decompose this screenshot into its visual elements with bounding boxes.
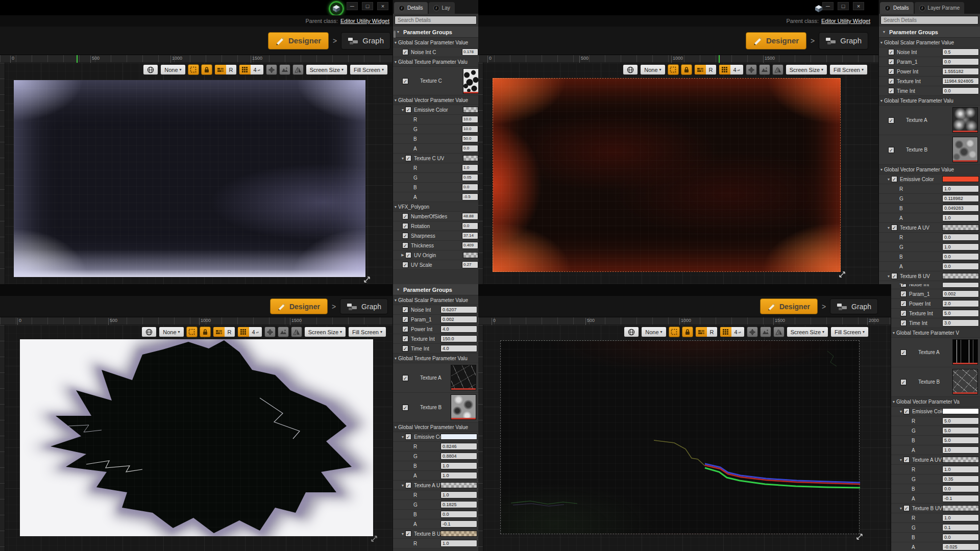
color-swatch[interactable] bbox=[942, 457, 979, 463]
texture-thumbnail[interactable] bbox=[451, 394, 476, 420]
parameter-value-input[interactable]: 0.002 bbox=[440, 316, 477, 323]
respect-locks-toggle[interactable]: R bbox=[695, 327, 718, 337]
component-value-input[interactable]: 5.0 bbox=[942, 417, 979, 424]
minimize-button[interactable]: ─ bbox=[347, 2, 358, 10]
expanded-arrow-icon[interactable]: ▼ bbox=[886, 178, 891, 181]
parameter-value-input[interactable] bbox=[942, 284, 979, 288]
flip-preview-button[interactable] bbox=[292, 64, 304, 75]
preview-none-dropdown[interactable]: None▾ bbox=[640, 64, 665, 75]
texture-thumbnail[interactable] bbox=[952, 369, 978, 394]
tab-details[interactable]: iDetails bbox=[394, 2, 428, 14]
parameter-section-row[interactable]: ▼Global Texture Parameter Valu bbox=[393, 57, 478, 67]
component-value-input[interactable]: 50.0 bbox=[462, 135, 478, 142]
component-value-input[interactable]: 1.0 bbox=[942, 446, 979, 454]
expanded-arrow-icon[interactable]: ▼ bbox=[400, 157, 405, 160]
minimize-button[interactable]: ─ bbox=[822, 2, 834, 10]
expanded-arrow-icon[interactable]: ▼ bbox=[898, 507, 903, 510]
component-value-input[interactable]: 1.0 bbox=[462, 164, 478, 171]
parent-class-link[interactable]: Editor Utility Widget bbox=[340, 18, 389, 24]
designer-viewport[interactable]: None▾R4▴▾Screen Size▾Fill Screen▾ bbox=[478, 63, 878, 284]
expanded-arrow-icon[interactable]: ▼ bbox=[400, 108, 405, 112]
expanded-arrow-icon[interactable]: ▼ bbox=[886, 226, 891, 230]
grid-snap-control[interactable]: 4▴▾ bbox=[719, 64, 744, 75]
component-value-input[interactable]: 0.049283 bbox=[942, 205, 979, 212]
color-swatch[interactable] bbox=[440, 531, 477, 537]
parameter-checkbox[interactable]: ✓ bbox=[900, 291, 906, 297]
parameter-value-input[interactable]: 11984.924805 bbox=[942, 78, 979, 85]
fill-screen-dropdown[interactable]: Fill Screen▾ bbox=[829, 64, 868, 75]
parameter-section-row[interactable]: ▼Global Vector Parameter Value bbox=[393, 422, 478, 432]
selection-outline-toggle[interactable] bbox=[668, 64, 679, 75]
component-value-input[interactable]: 0.05 bbox=[462, 174, 478, 181]
preview-background-button[interactable] bbox=[760, 327, 771, 337]
component-value-input[interactable]: 5.0 bbox=[942, 437, 979, 444]
widget-preview-canvas[interactable] bbox=[493, 78, 841, 272]
parameter-value-input[interactable]: 3.0 bbox=[942, 319, 979, 327]
parameter-value-input[interactable]: 150.0 bbox=[440, 335, 477, 342]
localization-preview-button[interactable] bbox=[143, 64, 158, 75]
component-value-input[interactable]: 0.0 bbox=[942, 234, 979, 241]
parameter-checkbox[interactable]: ✓ bbox=[402, 242, 408, 248]
parameter-checkbox[interactable]: ✓ bbox=[891, 273, 897, 279]
search-details-input[interactable]: Search Details bbox=[880, 16, 978, 24]
color-swatch[interactable] bbox=[942, 176, 979, 182]
transform-mode-button[interactable] bbox=[747, 327, 758, 337]
lock-toggle[interactable] bbox=[200, 327, 211, 337]
graph-mode-button[interactable]: Graph bbox=[341, 32, 390, 49]
parameter-checkbox[interactable]: ✓ bbox=[405, 107, 411, 113]
expanded-arrow-icon[interactable]: ▼ bbox=[400, 435, 405, 439]
parameter-checkbox[interactable]: ✓ bbox=[402, 316, 408, 322]
component-value-input[interactable]: 0.1 bbox=[942, 524, 979, 531]
spinner-arrows-icon[interactable]: ▴▾ bbox=[738, 69, 740, 71]
parameter-checkbox[interactable]: ✓ bbox=[903, 505, 910, 511]
parameter-checkbox[interactable]: ✓ bbox=[402, 233, 408, 239]
component-value-input[interactable]: 0.0 bbox=[942, 485, 979, 492]
component-value-input[interactable]: 0.35 bbox=[942, 475, 979, 483]
component-value-input[interactable]: -0.5 bbox=[462, 193, 478, 201]
texture-thumbnail[interactable]: Te bbox=[952, 137, 978, 162]
designer-mode-button[interactable]: Designer bbox=[746, 32, 806, 49]
screen-size-dropdown[interactable]: Screen Size▾ bbox=[787, 327, 828, 337]
parameter-checkbox[interactable]: ✓ bbox=[405, 482, 411, 488]
localization-preview-button[interactable] bbox=[624, 327, 639, 337]
flip-preview-button[interactable] bbox=[773, 327, 785, 337]
parameter-value-input[interactable]: 0.5 bbox=[942, 48, 979, 56]
color-swatch[interactable] bbox=[942, 273, 979, 279]
graph-mode-button[interactable]: Graph bbox=[819, 32, 868, 49]
parameter-section-row[interactable]: ▼Global Scalar Parameter Value bbox=[393, 38, 478, 47]
parameter-checkbox[interactable]: ✓ bbox=[900, 320, 906, 326]
component-value-input[interactable]: 10.0 bbox=[462, 126, 478, 133]
screen-size-dropdown[interactable]: Screen Size▾ bbox=[304, 327, 346, 337]
component-value-input[interactable]: 0.0 bbox=[942, 263, 979, 270]
lock-toggle[interactable] bbox=[682, 327, 693, 337]
parameter-section-row[interactable]: ▼Global Scalar Parameter Value bbox=[879, 38, 980, 47]
preview-background-button[interactable] bbox=[279, 64, 290, 75]
parameter-value-input[interactable]: 2.0 bbox=[942, 300, 979, 307]
component-value-input[interactable]: 1.0 bbox=[440, 462, 477, 469]
selection-outline-toggle[interactable] bbox=[186, 327, 198, 337]
parameter-section-row[interactable]: ▼Global Texture Parameter Valu bbox=[393, 354, 478, 363]
resize-handle-icon[interactable] bbox=[371, 535, 379, 543]
color-swatch[interactable] bbox=[942, 505, 979, 511]
parameter-checkbox[interactable]: ✓ bbox=[888, 117, 894, 123]
parameter-checkbox[interactable]: ✓ bbox=[402, 213, 408, 219]
parameter-value-input[interactable]: 4.0 bbox=[440, 325, 477, 333]
color-swatch[interactable] bbox=[942, 224, 979, 231]
selection-outline-toggle[interactable] bbox=[669, 327, 680, 337]
component-value-input[interactable]: 1.0 bbox=[440, 491, 477, 498]
parameter-groups-header[interactable]: ▼Parameter Groups bbox=[393, 27, 478, 38]
parameter-checkbox[interactable]: ✓ bbox=[405, 434, 411, 440]
tab-details[interactable]: iDetails bbox=[880, 2, 914, 14]
parameter-checkbox[interactable]: ✓ bbox=[402, 375, 408, 381]
screen-size-dropdown[interactable]: Screen Size▾ bbox=[306, 64, 348, 75]
component-value-input[interactable]: 1.0 bbox=[942, 214, 979, 221]
parameter-checkbox[interactable]: ✓ bbox=[891, 224, 897, 231]
texture-thumbnail[interactable] bbox=[952, 339, 978, 365]
spinner-arrows-icon[interactable]: ▴▾ bbox=[258, 69, 260, 71]
resize-handle-icon[interactable] bbox=[839, 271, 847, 279]
parameter-checkbox[interactable]: ✓ bbox=[891, 176, 897, 182]
parameter-checkbox[interactable]: ✓ bbox=[402, 326, 408, 332]
parameter-groups-header[interactable]: ▼Parameter Groups bbox=[879, 27, 980, 38]
component-value-input[interactable]: 1.0 bbox=[942, 514, 979, 521]
preview-background-button[interactable] bbox=[278, 327, 289, 337]
